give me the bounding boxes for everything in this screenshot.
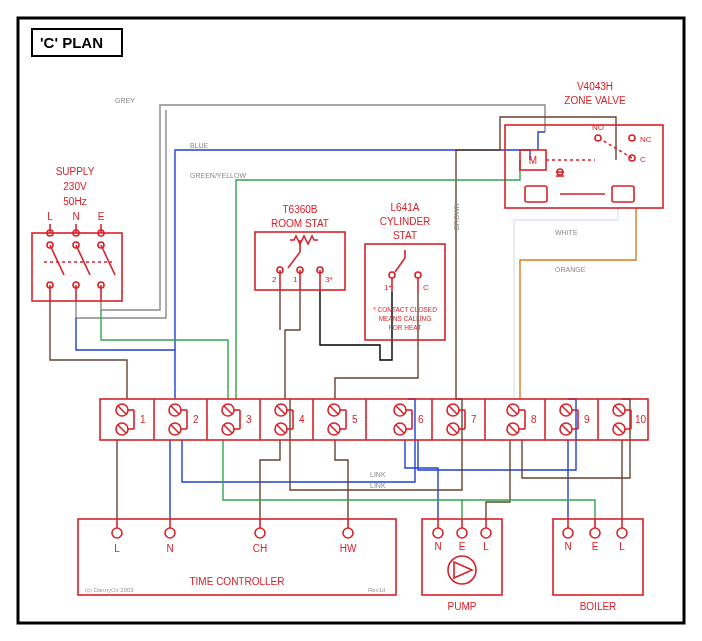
svg-line-72 <box>277 425 285 433</box>
svg-point-34 <box>595 135 601 141</box>
supply-block: SUPPLY 230V 50Hz L N E <box>32 166 122 301</box>
svg-line-78 <box>330 406 338 414</box>
cylstat-t1: 1* <box>384 283 392 292</box>
wire-white-label: WHITE <box>555 229 578 236</box>
svg-line-37 <box>602 140 632 158</box>
footer-rev: Rev1d <box>368 587 385 593</box>
j-2: 2 <box>193 414 199 425</box>
tc-label: TIME CONTROLLER <box>189 576 284 587</box>
svg-point-142 <box>617 528 627 538</box>
tc-L: L <box>114 543 120 554</box>
roomstat-model: T6360B <box>282 204 317 215</box>
svg-line-56 <box>171 425 179 433</box>
tc-CH: CH <box>253 543 267 554</box>
svg-line-104 <box>509 425 517 433</box>
zonevalve-block: V4043H ZONE VALVE M NO NC C <box>505 81 663 208</box>
boiler-E: E <box>592 541 599 552</box>
link-label-a: LINK <box>370 471 386 478</box>
junction-strip: 1 2 3 4 5 6 7 8 9 10 <box>100 399 648 440</box>
boiler-label: BOILER <box>580 601 617 612</box>
supply-voltage: 230V <box>63 181 87 192</box>
boiler-N: N <box>564 541 571 552</box>
svg-line-14 <box>101 245 115 275</box>
j-10: 10 <box>635 414 647 425</box>
svg-line-62 <box>224 406 232 414</box>
footer-copyright: (c) DannyOz 2003 <box>85 587 134 593</box>
roomstat-t1: 1 <box>293 275 298 284</box>
wire-brown-timerCH-J4 <box>260 440 280 519</box>
svg-point-140 <box>590 528 600 538</box>
svg-line-70 <box>277 406 285 414</box>
supply-term-E: E <box>98 211 105 222</box>
supply-term-L: L <box>47 211 53 222</box>
roomstat-label: ROOM STAT <box>271 218 329 229</box>
j-6: 6 <box>418 414 424 425</box>
pump-E: E <box>459 541 466 552</box>
j-4: 4 <box>299 414 305 425</box>
cylstat-label2: STAT <box>393 230 417 241</box>
tc-N: N <box>166 543 173 554</box>
timecontroller-block: L N CH HW TIME CONTROLLER (c) DannyOz 20… <box>78 519 396 595</box>
boiler-block: N E L BOILER <box>553 519 643 612</box>
boiler-box <box>553 519 643 595</box>
svg-line-30 <box>395 258 405 272</box>
svg-line-80 <box>330 425 338 433</box>
wire-grey <box>101 105 545 310</box>
diagram-title: 'C' PLAN <box>40 34 103 51</box>
junction-box <box>100 399 648 440</box>
svg-line-10 <box>76 245 90 275</box>
zonevalve-model: V4043H <box>577 81 613 92</box>
wire-orange-label: ORANGE <box>555 266 586 273</box>
svg-line-6 <box>50 245 64 275</box>
j-8: 8 <box>531 414 537 425</box>
svg-point-28 <box>415 272 421 278</box>
svg-line-46 <box>118 406 126 414</box>
svg-point-135 <box>481 528 491 538</box>
svg-point-123 <box>112 528 122 538</box>
j-3: 3 <box>246 414 252 425</box>
svg-line-86 <box>396 406 404 414</box>
tc-HW: HW <box>340 543 357 554</box>
roomstat-block: T6360B ROOM STAT 2 1 3* <box>255 204 345 290</box>
pump-N: N <box>434 541 441 552</box>
wire-blue-J6-pumpN <box>405 440 438 519</box>
j-5: 5 <box>352 414 358 425</box>
svg-point-138 <box>563 528 573 538</box>
wire-brown-J8-pumpL <box>486 440 510 519</box>
wire-green-J3-pumpE <box>223 440 462 519</box>
roomstat-t2: 2 <box>272 275 277 284</box>
zonevalve-label: ZONE VALVE <box>564 95 626 106</box>
svg-point-125 <box>165 528 175 538</box>
svg-line-110 <box>562 406 570 414</box>
zonevalve-m: M <box>529 155 537 166</box>
boiler-L: L <box>619 541 625 552</box>
svg-point-27 <box>389 272 395 278</box>
supply-term-N: N <box>72 211 79 222</box>
j-9: 9 <box>584 414 590 425</box>
supply-freq: 50Hz <box>63 196 86 207</box>
roomstat-t3: 3* <box>325 275 333 284</box>
wire-brown-label: BROWN <box>453 203 460 230</box>
j-1: 1 <box>140 414 146 425</box>
svg-point-133 <box>457 528 467 538</box>
cylstat-tc: C <box>423 283 429 292</box>
svg-line-64 <box>224 425 232 433</box>
wire-white-zv-J8 <box>514 208 618 399</box>
zonevalve-nc: NC <box>640 135 652 144</box>
cylstat-model: L641A <box>391 202 420 213</box>
svg-point-131 <box>433 528 443 538</box>
svg-line-88 <box>396 425 404 433</box>
wire-green-label: GREEN/YELLOW <box>190 172 246 179</box>
svg-line-94 <box>449 406 457 414</box>
svg-line-117 <box>615 406 623 414</box>
outer-frame <box>18 18 684 623</box>
svg-line-96 <box>449 425 457 433</box>
j-7: 7 <box>471 414 477 425</box>
svg-point-127 <box>255 528 265 538</box>
svg-line-102 <box>509 406 517 414</box>
wire-blue-label: BLUE <box>190 142 209 149</box>
svg-point-129 <box>343 528 353 538</box>
wire-green-zonevalve <box>236 160 520 399</box>
cylstat-label1: CYLINDER <box>380 216 431 227</box>
cylstat-note2: MEANS CALLING <box>379 315 432 322</box>
